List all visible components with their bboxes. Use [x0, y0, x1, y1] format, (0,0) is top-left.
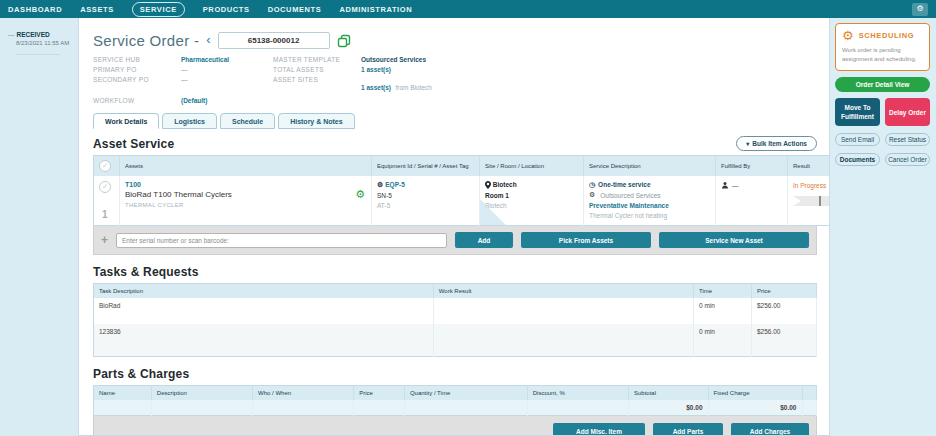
task-time: 0 min: [694, 298, 752, 324]
nav-dashboard[interactable]: DASHBOARD: [8, 5, 62, 14]
tasks-title: Tasks & Requests: [93, 265, 199, 279]
task-work-result: [433, 324, 693, 356]
nav-administration[interactable]: ADMINISTRATION: [339, 5, 412, 14]
timeline-status: —RECEIVED: [8, 31, 72, 38]
timeline-timestamp: 8/23/2021 11:55 AM: [16, 40, 72, 46]
parts-name-empty: [94, 400, 152, 416]
select-all-checkbox-icon[interactable]: ✓: [99, 160, 111, 172]
service-template-line: Outsourced Services: [589, 191, 710, 199]
tab-work-details[interactable]: Work Details: [93, 113, 159, 129]
field-label: TOTAL ASSETS: [273, 66, 361, 73]
order-detail-view-button[interactable]: Order Detail View: [835, 77, 930, 92]
parts-header: Parts & Charges: [93, 367, 817, 381]
col-description: Description: [151, 385, 252, 400]
person-icon: [721, 181, 729, 189]
equipment-id-link[interactable]: EQP-5: [385, 181, 405, 188]
nav-service[interactable]: SERVICE: [132, 2, 185, 17]
fulfilled-by-value: —: [732, 182, 739, 189]
col-name: Name: [94, 385, 152, 400]
delay-order-button[interactable]: Delay Order: [885, 98, 930, 126]
move-to-fulfillment-button[interactable]: Move To Fulfillment: [835, 98, 880, 126]
col-assets: Assets: [120, 156, 372, 177]
service-type-line: ◷One-time service: [589, 181, 710, 188]
asset-service-gear-icon[interactable]: [355, 188, 365, 201]
asset-service-title: Asset Service: [93, 137, 174, 151]
site-name: Biotech: [493, 181, 517, 188]
field-label: SERVICE HUB: [93, 56, 181, 63]
parts-totals-row: $0.00 $0.00: [94, 400, 817, 416]
timeline-tick: —: [8, 31, 15, 38]
serial-number: SN-5: [377, 192, 474, 199]
parts-title: Parts & Charges: [93, 367, 189, 381]
col-work-result: Work Result: [433, 284, 693, 299]
asset-row-select-cell: ✓ 1: [94, 176, 120, 226]
select-all-header[interactable]: ✓: [94, 156, 120, 177]
task-price: $256.00: [751, 324, 816, 356]
tasks-table: Task Description Work Result Time Price …: [93, 283, 817, 357]
order-header: Service Order - ‹: [93, 32, 817, 49]
field-value-service-hub[interactable]: Pharmaceutical: [181, 56, 273, 63]
add-misc-item-button[interactable]: Add Misc. Item: [553, 423, 645, 436]
nav-documents[interactable]: DOCUMENTS: [268, 5, 322, 14]
move-delay-row: Move To Fulfillment Delay Order: [835, 98, 930, 126]
task-description: 123836: [94, 324, 434, 356]
nav-assets[interactable]: ASSETS: [80, 5, 114, 14]
field-value-master-template[interactable]: Outsourced Services: [361, 56, 817, 63]
task-price: $256.00: [751, 298, 816, 324]
add-parts-button[interactable]: Add Parts: [653, 423, 723, 436]
settings-gear-icon[interactable]: [912, 3, 928, 16]
bulk-item-actions-button[interactable]: ▾Bulk Item Actions: [736, 136, 817, 151]
scheduling-header: SCHEDULING: [842, 29, 923, 42]
task-row[interactable]: 123836 0 min $256.00: [94, 324, 817, 356]
task-row[interactable]: BioRad 0 min $256.00: [94, 298, 817, 324]
site-cell: Biotech Room 1 Biotech: [480, 176, 584, 226]
order-number-input[interactable]: [218, 32, 330, 49]
tab-logistics[interactable]: Logistics: [162, 113, 217, 129]
col-service-description: Service Description: [584, 156, 716, 177]
asset-code-link[interactable]: T100: [125, 181, 366, 188]
add-charges-button[interactable]: Add Charges: [731, 423, 809, 436]
collapse-chevron-icon[interactable]: ‹: [206, 33, 210, 46]
parts-end-empty: [802, 400, 817, 416]
reset-status-button[interactable]: Reset Status: [885, 133, 930, 146]
service-note: Thermal Cycler not heating: [589, 212, 710, 219]
barcode-input[interactable]: [116, 233, 447, 248]
send-email-button[interactable]: Send Email: [835, 133, 880, 146]
template-gear-icon: [589, 191, 595, 199]
copy-icon[interactable]: [337, 34, 351, 48]
field-value-primary-po: —: [181, 66, 273, 73]
side-panel: SCHEDULING Work order is pending assignm…: [830, 18, 936, 436]
documents-button[interactable]: Documents: [835, 153, 880, 166]
fulfilled-by-cell: —: [716, 176, 788, 226]
field-value-workflow[interactable]: (Default): [181, 97, 273, 104]
cancel-order-button[interactable]: Cancel Order: [885, 153, 930, 166]
asset-table-header-row: ✓ Assets Equipment Id / Serial # / Asset…: [94, 156, 831, 177]
corner-triangle-decoration: [480, 199, 506, 225]
service-new-asset-button[interactable]: Service New Asset: [659, 232, 809, 248]
tab-schedule[interactable]: Schedule: [220, 113, 275, 129]
service-description-cell: ◷One-time service Outsourced Services Pr…: [584, 176, 716, 226]
parts-who-empty: [253, 400, 354, 416]
field-value-asset-sites[interactable]: 1 asset(s): [361, 84, 391, 91]
field-value-total-assets[interactable]: 1 asset(s): [361, 66, 817, 73]
progress-marker: [819, 196, 821, 206]
nav-products[interactable]: PRODUCTS: [203, 5, 250, 14]
tab-history-notes[interactable]: History & Notes: [278, 113, 355, 129]
service-name-link[interactable]: Preventative Maintenance: [589, 202, 710, 209]
timeline-status-label: RECEIVED: [17, 31, 50, 38]
add-button[interactable]: Add: [455, 232, 513, 248]
row-checkbox-icon[interactable]: ✓: [99, 181, 111, 193]
service-type: One-time service: [598, 181, 650, 188]
field-value-asset-sites-wrap: 1 asset(s) from Biotech: [361, 76, 817, 94]
main-card: Service Order - ‹ SERVICE HUB Pharmaceut…: [78, 18, 830, 436]
plus-icon[interactable]: +: [101, 234, 108, 246]
field-label: ASSET SITES: [273, 76, 361, 94]
field-label: PRIMARY PO: [93, 66, 181, 73]
parts-table: Name Description Who / When Price Quanti…: [93, 385, 817, 416]
pick-from-assets-button[interactable]: Pick From Assets: [521, 232, 651, 248]
col-fixed-charge: Fixed Charge: [708, 385, 802, 400]
scheduling-card: SCHEDULING Work order is pending assignm…: [835, 23, 930, 71]
equipment-cell: EQP-5 SN-5 AT-5: [372, 176, 480, 226]
col-who-when: Who / When: [253, 385, 354, 400]
task-work-result: [433, 298, 693, 324]
